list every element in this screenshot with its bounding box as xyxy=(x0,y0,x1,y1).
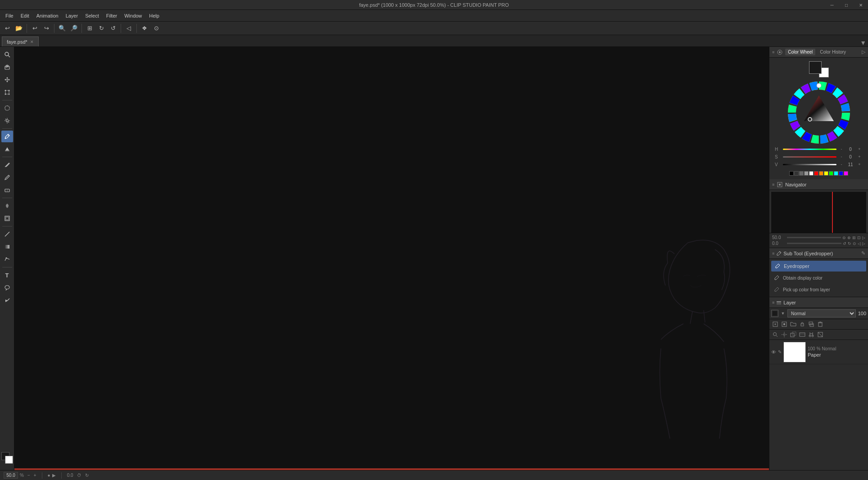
transform-tool-btn[interactable] xyxy=(1,86,13,98)
zoom-in-tb[interactable]: 🔎 xyxy=(68,23,79,34)
rotation-slider[interactable] xyxy=(787,243,841,244)
swatch-orange[interactable] xyxy=(819,171,823,176)
layer-new-btn[interactable] xyxy=(771,320,779,328)
layer-dropdown-btn[interactable]: ▼ xyxy=(780,310,786,317)
layer-visibility-eye[interactable]: 👁 xyxy=(771,349,776,355)
color-wheel[interactable] xyxy=(787,81,850,144)
color-wheel-svg[interactable] xyxy=(787,81,850,144)
zoom-fit[interactable]: ⊞ xyxy=(852,235,856,240)
maximize-button[interactable]: □ xyxy=(839,0,854,10)
menu-animation[interactable]: Animation xyxy=(33,12,62,20)
nav-collapse-icon[interactable]: ≡ xyxy=(772,182,774,187)
s-plus[interactable]: + xyxy=(856,154,863,160)
v-minus[interactable]: - xyxy=(838,161,845,168)
menu-select[interactable]: Select xyxy=(81,12,103,20)
layer-blend-mode-select[interactable]: Normal Multiply Screen Overlay xyxy=(787,309,856,317)
subtool-collapse-icon[interactable]: ≡ xyxy=(772,251,774,256)
hue-slider-track[interactable] xyxy=(783,149,836,150)
eraser-tool-btn[interactable] xyxy=(1,184,13,196)
frame-tool-btn[interactable] xyxy=(1,213,13,224)
lasso-tool-btn[interactable] xyxy=(1,102,13,114)
panel-collapse-icon[interactable]: ≡ xyxy=(772,50,774,54)
snap-tb[interactable]: ❖ xyxy=(139,23,150,34)
move-tool-btn[interactable] xyxy=(1,74,13,86)
magic-wand-btn[interactable] xyxy=(1,115,13,127)
subtool-eyedropper[interactable]: Eyedropper xyxy=(771,261,866,272)
layer-delete-btn[interactable] xyxy=(816,320,824,328)
tab-close-icon[interactable]: ✕ xyxy=(30,40,34,44)
swatch-white[interactable] xyxy=(809,171,814,176)
navigator-canvas[interactable] xyxy=(771,192,866,233)
status-refresh[interactable]: ↻ xyxy=(85,473,89,478)
balloon-tool-btn[interactable] xyxy=(1,282,13,294)
pencil-tool-btn[interactable] xyxy=(1,172,13,183)
redo-btn[interactable]: ↪ xyxy=(41,23,52,34)
swatch-cyan[interactable] xyxy=(834,171,838,176)
status-play-btn[interactable]: ▶ xyxy=(52,473,56,478)
swatch-magenta[interactable] xyxy=(844,171,848,176)
layer-settings-btn[interactable] xyxy=(780,331,788,339)
menu-edit[interactable]: Edit xyxy=(17,12,33,20)
zoom-actual[interactable]: ▷ xyxy=(862,235,865,240)
new-document[interactable]: ↩ xyxy=(2,23,13,34)
zoom-tool-btn[interactable] xyxy=(1,49,13,60)
obtain-display-color[interactable]: Obtain display color xyxy=(771,272,866,283)
layer-collapse-icon[interactable]: ≡ xyxy=(772,300,774,305)
rot-more[interactable]: ▷ xyxy=(862,241,865,246)
window-controls[interactable]: ─ □ ✕ xyxy=(825,0,868,10)
rot-flip[interactable]: ⊙ xyxy=(853,241,856,246)
swatch-black[interactable] xyxy=(789,171,794,176)
layer-duplicate-btn[interactable] xyxy=(789,331,797,339)
layer-mask-btn[interactable] xyxy=(780,320,788,328)
layer-merge-btn[interactable] xyxy=(807,320,815,328)
swatch-mid[interactable] xyxy=(799,171,804,176)
open-document[interactable]: 📂 xyxy=(14,23,24,34)
close-button[interactable]: ✕ xyxy=(854,0,868,10)
h-minus[interactable]: - xyxy=(838,146,845,152)
pen-tool-btn[interactable] xyxy=(1,159,13,171)
zoom-slider[interactable] xyxy=(787,237,841,238)
h-plus[interactable]: + xyxy=(856,146,863,152)
undo-btn[interactable]: ↩ xyxy=(29,23,40,34)
layer-search-btn[interactable] xyxy=(771,331,779,339)
status-zoom-input[interactable] xyxy=(4,472,18,479)
color-history-tab[interactable]: Color History xyxy=(817,49,849,55)
val-slider-track[interactable] xyxy=(783,164,836,165)
fit-tb[interactable]: ⊞ xyxy=(84,23,95,34)
zoom-increase[interactable]: ⊕ xyxy=(847,235,851,240)
fill-tool-btn[interactable] xyxy=(1,143,13,155)
tab-faye[interactable]: faye.psd* ✕ xyxy=(2,36,39,46)
rotate-tb[interactable]: ↻ xyxy=(96,23,107,34)
flip-tb[interactable]: ◁ xyxy=(123,23,134,34)
color-panel-expand[interactable]: ▷ xyxy=(862,49,865,55)
status-zoom-minus[interactable]: − xyxy=(27,473,30,478)
subtool-edit-icon[interactable]: ✎ xyxy=(861,250,865,256)
tab-collapse-icon[interactable]: ▼ xyxy=(860,39,866,46)
swatch-dark[interactable] xyxy=(794,171,799,176)
blend-tool-btn[interactable] xyxy=(1,200,13,212)
pick-up-color-from-layer[interactable]: Pick up color from layer xyxy=(771,284,866,295)
layer-folder-btn[interactable] xyxy=(789,320,797,328)
layer-clear-btn[interactable] xyxy=(816,331,824,339)
hand-tool-btn[interactable] xyxy=(1,61,13,73)
menu-filter[interactable]: Filter xyxy=(103,12,121,20)
menu-window[interactable]: Window xyxy=(121,12,145,20)
color-selector[interactable] xyxy=(1,452,13,464)
zoom-fullscreen[interactable]: ⊡ xyxy=(857,235,861,240)
ruler-tool-btn[interactable] xyxy=(1,254,13,265)
layer-item-paper[interactable]: 👁 ✎ 100 % Normal Paper xyxy=(769,340,868,364)
canvas-content[interactable] xyxy=(14,47,769,470)
arrow-tool-btn[interactable] xyxy=(1,294,13,306)
text-tool-btn[interactable]: T xyxy=(1,269,13,281)
rot-reset[interactable]: ◁ xyxy=(858,241,861,246)
zoom-decrease[interactable]: ⊖ xyxy=(842,235,846,240)
layer-clip-btn[interactable] xyxy=(807,331,815,339)
gradient-tool-btn[interactable] xyxy=(1,241,13,253)
v-plus[interactable]: + xyxy=(856,161,863,168)
layer-edit-pencil[interactable]: ✎ xyxy=(778,349,782,354)
s-minus[interactable]: - xyxy=(838,154,845,160)
background-color[interactable] xyxy=(5,456,13,464)
menu-layer[interactable]: Layer xyxy=(62,12,82,20)
sat-slider-track[interactable] xyxy=(783,156,836,158)
reset-tb[interactable]: ↺ xyxy=(108,23,118,34)
